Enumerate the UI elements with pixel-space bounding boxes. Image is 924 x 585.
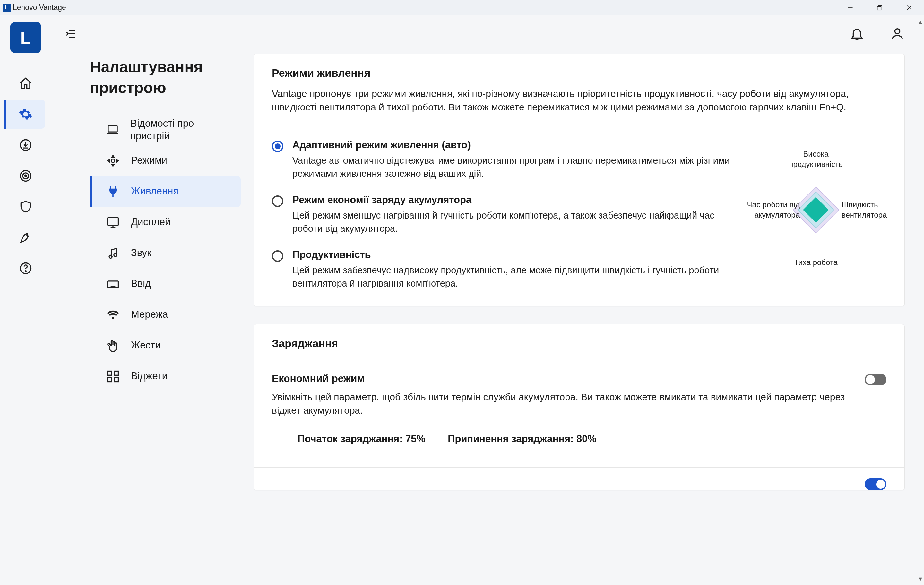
rail-home[interactable] — [7, 69, 45, 98]
keyboard-icon — [106, 277, 120, 291]
radio-icon — [272, 250, 284, 262]
eco-mode-label: Економний режим — [272, 372, 865, 384]
svg-rect-21 — [114, 377, 119, 382]
settings-item-input[interactable]: Ввід — [90, 269, 241, 299]
settings-item-label: Дисплей — [131, 216, 170, 229]
svg-rect-2 — [878, 7, 881, 10]
radio-description: Vantage автоматично відстежуватиме викор… — [292, 154, 733, 180]
charge-start-threshold: Початок заряджання: 75% — [297, 433, 425, 445]
diagram-label-left: Час роботи від акумулятора — [745, 199, 800, 221]
eco-mode-toggle[interactable] — [865, 374, 886, 386]
settings-item-label: Віджети — [131, 370, 168, 382]
settings-item-label: Мережа — [131, 308, 168, 321]
svg-rect-18 — [108, 371, 112, 375]
power-modes-card: Режими живлення Vantage пропонує три реж… — [254, 54, 905, 307]
settings-sidebar: Налаштування пристрою Відомості про прис… — [51, 54, 254, 585]
close-button[interactable] — [894, 0, 924, 15]
hand-icon — [106, 339, 120, 353]
display-icon — [106, 215, 120, 229]
charge-stop-threshold: Припинення заряджання: 80% — [448, 433, 596, 445]
settings-item-label: Звук — [131, 247, 152, 259]
modes-icon — [106, 154, 120, 168]
window-title: Lenovo Vantage — [13, 3, 66, 12]
widgets-icon — [106, 369, 120, 384]
plug-icon — [106, 185, 120, 199]
notifications-icon[interactable] — [850, 26, 864, 42]
rapid-charge-toggle[interactable] — [865, 478, 886, 490]
app-icon: L — [3, 3, 11, 12]
settings-item-label: Відомості про пристрій — [130, 117, 232, 142]
svg-point-11 — [895, 29, 899, 34]
svg-point-10 — [25, 271, 26, 272]
svg-point-8 — [25, 175, 26, 177]
radio-label: Режим економії заряду акумулятора — [292, 194, 733, 206]
svg-point-13 — [111, 159, 115, 162]
radio-label: Адаптивний режим живлення (авто) — [292, 139, 733, 151]
svg-rect-19 — [114, 371, 119, 375]
settings-item-sound[interactable]: Звук — [90, 238, 241, 269]
eco-mode-description: Увімкніть цей параметр, щоб збільшити те… — [272, 390, 865, 417]
laptop-icon — [106, 123, 119, 137]
main-content: Режими живлення Vantage пропонує три реж… — [254, 54, 924, 585]
rail-target[interactable] — [7, 161, 45, 190]
settings-item-network[interactable]: Мережа — [90, 299, 241, 330]
rail-download[interactable] — [7, 130, 45, 160]
svg-rect-20 — [108, 377, 112, 382]
charging-title: Заряджання — [272, 337, 886, 350]
maximize-button[interactable] — [865, 0, 894, 15]
wifi-icon — [106, 308, 120, 322]
power-mode-adaptive[interactable]: Адаптивний режим живлення (авто) Vantage… — [272, 139, 733, 180]
settings-item-label: Живлення — [131, 185, 178, 198]
radio-icon — [272, 195, 284, 207]
diagram-label-bottom: Тиха робота — [794, 257, 838, 268]
radio-description: Цей режим зменшує нагрівання й гучність … — [292, 209, 733, 235]
settings-item-device-info[interactable]: Відомості про пристрій — [90, 115, 241, 145]
diagram-label-top: Висока продуктивність — [780, 149, 851, 170]
svg-point-16 — [114, 254, 117, 256]
menu-toggle-icon[interactable] — [64, 27, 78, 42]
settings-item-label: Ввід — [131, 278, 151, 290]
account-icon[interactable] — [890, 26, 905, 42]
rail-help[interactable] — [7, 254, 45, 283]
svg-rect-12 — [108, 126, 117, 132]
rail-settings[interactable] — [4, 100, 45, 129]
nav-rail: L — [0, 15, 51, 585]
radio-icon — [272, 140, 284, 152]
settings-item-display[interactable]: Дисплей — [90, 207, 241, 238]
scroll-down-arrow[interactable]: ▾ — [919, 575, 922, 583]
settings-item-power[interactable]: Живлення — [90, 176, 241, 207]
settings-item-modes[interactable]: Режими — [90, 145, 241, 176]
svg-rect-14 — [108, 218, 119, 225]
power-modes-description: Vantage пропонує три режими живлення, як… — [272, 87, 886, 114]
radio-description: Цей режим забезпечує надвисоку продуктив… — [292, 264, 733, 290]
power-modes-title: Режими живлення — [272, 67, 886, 79]
titlebar: L Lenovo Vantage — [0, 0, 924, 15]
scroll-up-arrow[interactable]: ▴ — [919, 18, 922, 26]
settings-title: Налаштування пристрою — [90, 54, 241, 99]
minimize-button[interactable] — [835, 0, 865, 15]
settings-item-label: Режими — [131, 154, 167, 167]
charging-card: Заряджання Економний режим Увімкніть цей… — [254, 324, 905, 490]
settings-item-label: Жести — [131, 339, 161, 352]
topbar — [51, 15, 924, 54]
power-mode-diagram: Висока продуктивність Час роботи від аку… — [745, 139, 886, 280]
settings-item-widgets[interactable]: Віджети — [90, 361, 241, 392]
radio-label: Продуктивність — [292, 249, 733, 260]
power-mode-battery[interactable]: Режим економії заряду акумулятора Цей ре… — [272, 194, 733, 235]
diagram-label-right: Швидкість вентилятора — [842, 199, 886, 221]
power-mode-performance[interactable]: Продуктивність Цей режим забезпечує надв… — [272, 249, 733, 290]
rail-performance[interactable] — [7, 223, 45, 252]
settings-item-gestures[interactable]: Жести — [90, 330, 241, 361]
app-logo[interactable]: L — [10, 22, 41, 53]
svg-point-15 — [109, 255, 112, 258]
rail-security[interactable] — [7, 192, 45, 221]
music-icon — [106, 246, 120, 260]
